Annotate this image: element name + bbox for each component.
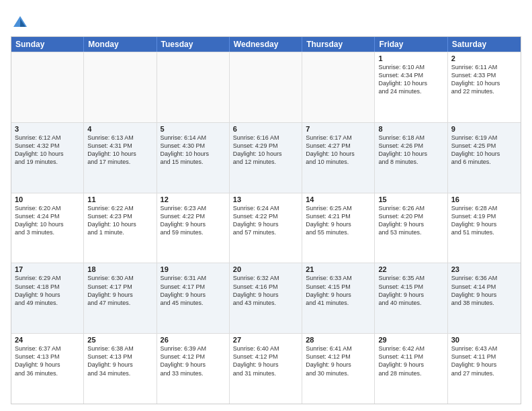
day-details: Sunrise: 6:25 AM Sunset: 4:21 PM Dayligh…	[306, 204, 371, 237]
day-number: 9	[451, 125, 517, 133]
day-details: Sunrise: 6:35 AM Sunset: 4:15 PM Dayligh…	[378, 274, 443, 307]
day-number: 11	[87, 195, 152, 203]
day-details: Sunrise: 6:28 AM Sunset: 4:19 PM Dayligh…	[451, 204, 517, 237]
day-cell-2: 2Sunrise: 6:11 AM Sunset: 4:33 PM Daylig…	[448, 52, 521, 122]
day-number: 7	[306, 125, 371, 133]
day-details: Sunrise: 6:16 AM Sunset: 4:29 PM Dayligh…	[233, 134, 298, 167]
day-details: Sunrise: 6:31 AM Sunset: 4:17 PM Dayligh…	[161, 274, 226, 307]
day-number: 10	[15, 195, 80, 203]
day-cell-1: 1Sunrise: 6:10 AM Sunset: 4:34 PM Daylig…	[375, 52, 447, 122]
day-cell-28: 28Sunrise: 6:41 AM Sunset: 4:12 PM Dayli…	[302, 334, 375, 404]
day-details: Sunrise: 6:19 AM Sunset: 4:25 PM Dayligh…	[451, 134, 517, 167]
day-details: Sunrise: 6:38 AM Sunset: 4:13 PM Dayligh…	[87, 345, 152, 377]
day-cell-16: 16Sunrise: 6:28 AM Sunset: 4:19 PM Dayli…	[448, 193, 521, 263]
day-cell-23: 23Sunrise: 6:36 AM Sunset: 4:14 PM Dayli…	[448, 263, 521, 333]
day-cell-3: 3Sunrise: 6:12 AM Sunset: 4:32 PM Daylig…	[11, 123, 84, 193]
day-cell-30: 30Sunrise: 6:43 AM Sunset: 4:11 PM Dayli…	[448, 334, 521, 404]
day-number: 17	[15, 265, 80, 273]
day-number: 21	[306, 265, 371, 273]
day-number: 8	[378, 125, 443, 133]
day-cell-7: 7Sunrise: 6:17 AM Sunset: 4:27 PM Daylig…	[302, 123, 375, 193]
day-number: 4	[87, 125, 152, 133]
day-details: Sunrise: 6:30 AM Sunset: 4:17 PM Dayligh…	[87, 274, 152, 307]
day-number: 23	[451, 265, 517, 273]
day-number: 29	[378, 336, 443, 344]
day-number: 15	[378, 195, 443, 203]
day-details: Sunrise: 6:20 AM Sunset: 4:24 PM Dayligh…	[15, 204, 80, 237]
day-cell-4: 4Sunrise: 6:13 AM Sunset: 4:31 PM Daylig…	[84, 123, 157, 193]
day-cell-29: 29Sunrise: 6:42 AM Sunset: 4:11 PM Dayli…	[375, 334, 447, 404]
header-day-friday: Friday	[375, 37, 447, 52]
empty-cell	[302, 52, 375, 122]
calendar-row-3: 17Sunrise: 6:29 AM Sunset: 4:18 PM Dayli…	[11, 263, 521, 333]
day-cell-24: 24Sunrise: 6:37 AM Sunset: 4:13 PM Dayli…	[11, 334, 84, 404]
day-number: 3	[15, 125, 80, 133]
day-number: 19	[161, 265, 226, 273]
day-cell-14: 14Sunrise: 6:25 AM Sunset: 4:21 PM Dayli…	[302, 193, 375, 263]
day-cell-9: 9Sunrise: 6:19 AM Sunset: 4:25 PM Daylig…	[448, 123, 521, 193]
day-details: Sunrise: 6:18 AM Sunset: 4:26 PM Dayligh…	[378, 134, 443, 167]
day-number: 6	[233, 125, 298, 133]
day-details: Sunrise: 6:24 AM Sunset: 4:22 PM Dayligh…	[233, 204, 298, 237]
day-number: 16	[451, 195, 517, 203]
calendar-row-4: 24Sunrise: 6:37 AM Sunset: 4:13 PM Dayli…	[11, 333, 521, 404]
header-day-wednesday: Wednesday	[230, 37, 302, 52]
day-number: 12	[161, 195, 226, 203]
day-number: 28	[306, 336, 371, 344]
day-details: Sunrise: 6:36 AM Sunset: 4:14 PM Dayligh…	[451, 274, 517, 307]
day-details: Sunrise: 6:11 AM Sunset: 4:33 PM Dayligh…	[451, 63, 517, 96]
day-number: 2	[451, 54, 517, 62]
calendar-row-0: 1Sunrise: 6:10 AM Sunset: 4:34 PM Daylig…	[11, 52, 521, 122]
empty-cell	[157, 52, 230, 122]
empty-cell	[11, 52, 84, 122]
calendar-row-1: 3Sunrise: 6:12 AM Sunset: 4:32 PM Daylig…	[11, 122, 521, 193]
empty-cell	[84, 52, 157, 122]
day-details: Sunrise: 6:23 AM Sunset: 4:22 PM Dayligh…	[161, 204, 226, 237]
day-details: Sunrise: 6:26 AM Sunset: 4:20 PM Dayligh…	[378, 204, 443, 237]
day-cell-26: 26Sunrise: 6:39 AM Sunset: 4:12 PM Dayli…	[157, 334, 230, 404]
day-details: Sunrise: 6:13 AM Sunset: 4:31 PM Dayligh…	[87, 134, 152, 167]
calendar-header: SundayMondayTuesdayWednesdayThursdayFrid…	[11, 37, 521, 52]
day-cell-22: 22Sunrise: 6:35 AM Sunset: 4:15 PM Dayli…	[375, 263, 447, 333]
day-cell-15: 15Sunrise: 6:26 AM Sunset: 4:20 PM Dayli…	[375, 193, 447, 263]
day-cell-10: 10Sunrise: 6:20 AM Sunset: 4:24 PM Dayli…	[11, 193, 84, 263]
day-cell-8: 8Sunrise: 6:18 AM Sunset: 4:26 PM Daylig…	[375, 123, 447, 193]
day-number: 25	[87, 336, 152, 344]
day-number: 20	[233, 265, 298, 273]
day-number: 13	[233, 195, 298, 203]
day-details: Sunrise: 6:43 AM Sunset: 4:11 PM Dayligh…	[451, 345, 517, 377]
day-details: Sunrise: 6:22 AM Sunset: 4:23 PM Dayligh…	[87, 204, 152, 237]
day-number: 14	[306, 195, 371, 203]
logo	[11, 13, 32, 32]
day-number: 26	[161, 336, 226, 344]
day-cell-18: 18Sunrise: 6:30 AM Sunset: 4:17 PM Dayli…	[84, 263, 157, 333]
day-details: Sunrise: 6:10 AM Sunset: 4:34 PM Dayligh…	[378, 63, 443, 96]
day-cell-6: 6Sunrise: 6:16 AM Sunset: 4:29 PM Daylig…	[230, 123, 302, 193]
day-cell-12: 12Sunrise: 6:23 AM Sunset: 4:22 PM Dayli…	[157, 193, 230, 263]
header-day-sunday: Sunday	[11, 37, 84, 52]
day-details: Sunrise: 6:39 AM Sunset: 4:12 PM Dayligh…	[161, 345, 226, 377]
day-details: Sunrise: 6:29 AM Sunset: 4:18 PM Dayligh…	[15, 274, 80, 307]
day-number: 22	[378, 265, 443, 273]
header	[11, 11, 521, 32]
day-cell-25: 25Sunrise: 6:38 AM Sunset: 4:13 PM Dayli…	[84, 334, 157, 404]
day-details: Sunrise: 6:14 AM Sunset: 4:30 PM Dayligh…	[161, 134, 226, 167]
empty-cell	[230, 52, 302, 122]
day-number: 5	[161, 125, 226, 133]
day-number: 18	[87, 265, 152, 273]
day-details: Sunrise: 6:12 AM Sunset: 4:32 PM Dayligh…	[15, 134, 80, 167]
day-number: 27	[233, 336, 298, 344]
day-details: Sunrise: 6:32 AM Sunset: 4:16 PM Dayligh…	[233, 274, 298, 307]
day-cell-13: 13Sunrise: 6:24 AM Sunset: 4:22 PM Dayli…	[230, 193, 302, 263]
day-number: 30	[451, 336, 517, 344]
day-details: Sunrise: 6:37 AM Sunset: 4:13 PM Dayligh…	[15, 345, 80, 377]
logo-icon	[11, 13, 30, 32]
day-cell-21: 21Sunrise: 6:33 AM Sunset: 4:15 PM Dayli…	[302, 263, 375, 333]
calendar: SundayMondayTuesdayWednesdayThursdayFrid…	[11, 36, 521, 404]
day-details: Sunrise: 6:40 AM Sunset: 4:12 PM Dayligh…	[233, 345, 298, 377]
page: SundayMondayTuesdayWednesdayThursdayFrid…	[0, 0, 532, 411]
day-details: Sunrise: 6:41 AM Sunset: 4:12 PM Dayligh…	[306, 345, 371, 377]
header-day-thursday: Thursday	[302, 37, 375, 52]
day-cell-20: 20Sunrise: 6:32 AM Sunset: 4:16 PM Dayli…	[230, 263, 302, 333]
header-day-monday: Monday	[84, 37, 157, 52]
